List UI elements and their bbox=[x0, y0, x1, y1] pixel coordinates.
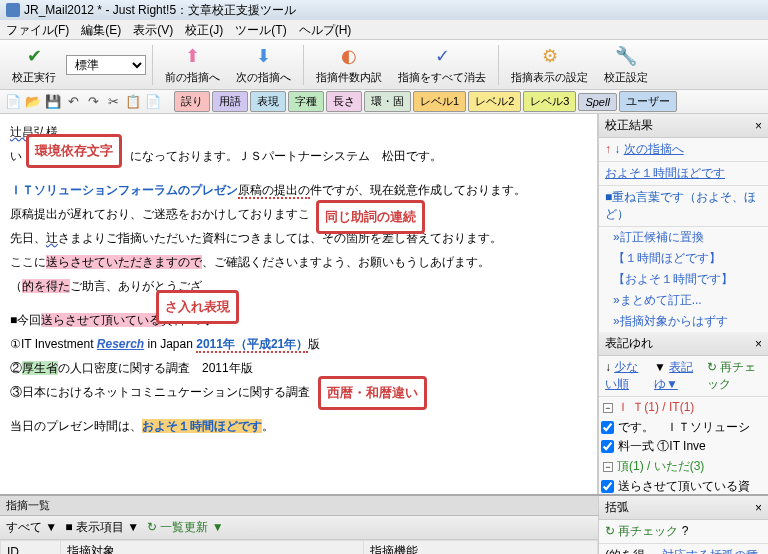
toolbar: ✔校正実行 標準 ⬆前の指摘へ ⬇次の指摘へ ◐指摘件数内訳 ✓指摘をすべて消去… bbox=[0, 40, 768, 90]
tag-spell[interactable]: Spell bbox=[578, 93, 616, 111]
menu-help[interactable]: ヘルプ(H) bbox=[299, 22, 352, 37]
replace-link[interactable]: »訂正候補に置換 bbox=[599, 227, 768, 248]
settings-icon: ⚙ bbox=[538, 44, 562, 68]
tag-expr[interactable]: 表現 bbox=[250, 91, 286, 112]
run-button[interactable]: ✔校正実行 bbox=[6, 42, 62, 87]
tag-lv3[interactable]: レベル3 bbox=[523, 91, 576, 112]
help-icon[interactable]: ? bbox=[682, 524, 689, 538]
menu-file[interactable]: ファイル(F) bbox=[6, 22, 69, 37]
titlebar: JR_Mail2012 * - Just Right!5：文章校正支援ツール bbox=[0, 0, 768, 20]
down-icon[interactable]: ↓ bbox=[614, 142, 620, 156]
candidate-1[interactable]: 【１時間ほどです】 bbox=[599, 248, 768, 269]
tag-len[interactable]: 長さ bbox=[326, 91, 362, 112]
paste-icon[interactable]: 📄 bbox=[144, 93, 162, 111]
group-dd[interactable]: ▼ 表記ゆ▼ bbox=[654, 359, 701, 393]
main: 環境依存文字 同じ助詞の連続 さ入れ表現 西暦・和暦違い 辻昌弘様 いになってお… bbox=[0, 114, 768, 494]
menu-proof[interactable]: 校正(J) bbox=[185, 22, 223, 37]
cb[interactable] bbox=[601, 421, 614, 434]
prev-button[interactable]: ⬆前の指摘へ bbox=[159, 42, 226, 87]
issue-list: 指摘一覧 すべて ▼ ■ 表示項目 ▼ ↻ 一覧更新 ▼ ID指摘対象指摘機能 … bbox=[0, 496, 598, 554]
undo-icon[interactable]: ↶ bbox=[64, 93, 82, 111]
callout-env: 環境依存文字 bbox=[26, 134, 122, 168]
bottom-side: 括弧× ↻ 再チェック ? (的を得た…)対応する括弧の種類が bbox=[598, 496, 768, 554]
collapse-icon[interactable]: − bbox=[603, 462, 613, 472]
close-icon[interactable]: × bbox=[755, 119, 762, 133]
issue-table: ID指摘対象指摘機能 7Reserchスペルチェック 82011年（平成21年）… bbox=[0, 540, 598, 554]
callout-saire: さ入れ表現 bbox=[156, 290, 239, 324]
clear-icon: ✓ bbox=[430, 44, 454, 68]
recheck-button[interactable]: ↻ 再チェック bbox=[707, 359, 762, 393]
tag-lv1[interactable]: レベル1 bbox=[413, 91, 466, 112]
menu-view[interactable]: 表示(V) bbox=[133, 22, 173, 37]
open-icon[interactable]: 📂 bbox=[24, 93, 42, 111]
pref-icon: 🔧 bbox=[614, 44, 638, 68]
refresh-list[interactable]: ↻ 一覧更新 ▼ bbox=[147, 519, 224, 536]
menubar: ファイル(F) 編集(E) 表示(V) 校正(J) ツール(T) ヘルプ(H) bbox=[0, 20, 768, 40]
down-arrow-icon: ⬇ bbox=[252, 44, 276, 68]
issue-list-tab[interactable]: 指摘一覧 bbox=[0, 496, 598, 516]
pref-button[interactable]: 🔧校正設定 bbox=[598, 42, 654, 87]
side-header-results: 校正結果× bbox=[599, 114, 768, 138]
tag-lv2[interactable]: レベル2 bbox=[468, 91, 521, 112]
cb[interactable] bbox=[601, 480, 614, 493]
fix-all-link[interactable]: »まとめて訂正... bbox=[599, 290, 768, 311]
close-icon[interactable]: × bbox=[755, 501, 762, 515]
new-icon[interactable]: 📄 bbox=[4, 93, 22, 111]
app-icon bbox=[6, 3, 20, 17]
callout-particle: 同じ助詞の連続 bbox=[316, 200, 425, 234]
tag-env[interactable]: 環・固 bbox=[364, 91, 411, 112]
chart-icon: ◐ bbox=[337, 44, 361, 68]
menu-edit[interactable]: 編集(E) bbox=[81, 22, 121, 37]
cut-icon[interactable]: ✂ bbox=[104, 93, 122, 111]
filter-all[interactable]: すべて ▼ bbox=[6, 519, 57, 536]
bottom-panel: 指摘一覧 すべて ▼ ■ 表示項目 ▼ ↻ 一覧更新 ▼ ID指摘対象指摘機能 … bbox=[0, 494, 768, 554]
tag-char[interactable]: 字種 bbox=[288, 91, 324, 112]
side-panel: 校正結果× ↑ ↓ 次の指摘へ およそ１時間ほどです ■重ね言葉です（およそ、ほ… bbox=[598, 114, 768, 494]
tag-term[interactable]: 用語 bbox=[212, 91, 248, 112]
settings-button[interactable]: ⚙指摘表示の設定 bbox=[505, 42, 594, 87]
cb[interactable] bbox=[601, 440, 614, 453]
count-button[interactable]: ◐指摘件数内訳 bbox=[310, 42, 388, 87]
display-cols[interactable]: ■ 表示項目 ▼ bbox=[65, 519, 139, 536]
up-arrow-icon: ⬆ bbox=[181, 44, 205, 68]
candidate-2[interactable]: 【およそ１時間です】 bbox=[599, 269, 768, 290]
side-header-variants: 表記ゆれ× bbox=[599, 332, 768, 356]
style-select[interactable]: 標準 bbox=[66, 55, 146, 75]
redo-icon[interactable]: ↷ bbox=[84, 93, 102, 111]
next-button[interactable]: ⬇次の指摘へ bbox=[230, 42, 297, 87]
close-icon[interactable]: × bbox=[755, 337, 762, 351]
clear-button[interactable]: ✓指摘をすべて消去 bbox=[392, 42, 492, 87]
save-icon[interactable]: 💾 bbox=[44, 93, 62, 111]
expanded-item[interactable]: およそ１時間ほどです bbox=[599, 162, 768, 186]
recheck-button[interactable]: ↻ 再チェック bbox=[605, 524, 678, 538]
tagbar: 📄 📂 💾 ↶ ↷ ✂ 📋 📄 誤り 用語 表現 字種 長さ 環・固 レベル1 … bbox=[0, 90, 768, 114]
collapse-icon[interactable]: − bbox=[603, 403, 613, 413]
up-icon[interactable]: ↑ bbox=[605, 142, 611, 156]
exclude-link[interactable]: »指摘対象からはずす bbox=[599, 311, 768, 332]
check-icon: ✔ bbox=[22, 44, 46, 68]
sort-asc[interactable]: ↓ 少ない順 bbox=[605, 359, 648, 393]
tag-error[interactable]: 誤り bbox=[174, 91, 210, 112]
copy-icon[interactable]: 📋 bbox=[124, 93, 142, 111]
document-area[interactable]: 環境依存文字 同じ助詞の連続 さ入れ表現 西暦・和暦違い 辻昌弘様 いになってお… bbox=[0, 114, 598, 494]
tag-user[interactable]: ユーザー bbox=[619, 91, 677, 112]
callout-era: 西暦・和暦違い bbox=[318, 376, 427, 410]
menu-tools[interactable]: ツール(T) bbox=[235, 22, 286, 37]
window-title: JR_Mail2012 * - Just Right!5：文章校正支援ツール bbox=[24, 2, 296, 19]
dup-words: ■重ね言葉です（およそ、ほど） bbox=[599, 186, 768, 227]
next-issue-link[interactable]: 次の指摘へ bbox=[624, 142, 684, 156]
